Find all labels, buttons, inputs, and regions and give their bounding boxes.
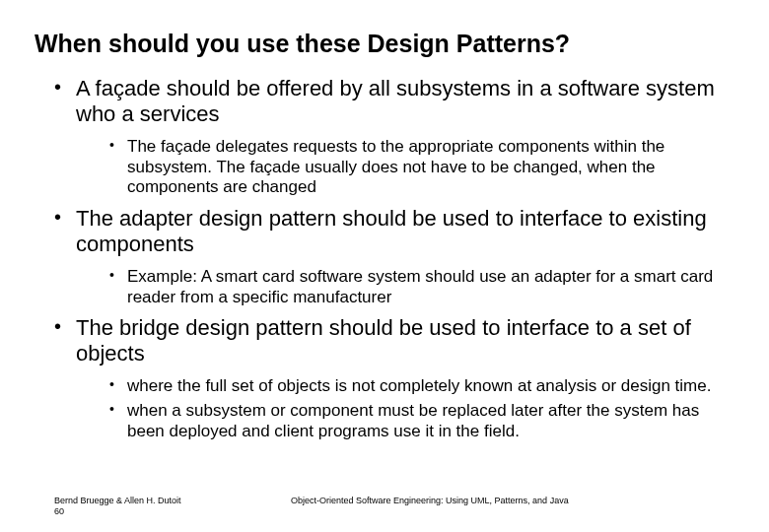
bullet-text: A façade should be offered by all subsys…	[76, 76, 715, 126]
bullet-item: The adapter design pattern should be use…	[54, 206, 734, 307]
sub-bullet-item: The façade delegates requests to the app…	[109, 137, 734, 198]
bullet-list-level2: Example: A smart card software system sh…	[76, 267, 734, 307]
bullet-text: The adapter design pattern should be use…	[76, 206, 707, 256]
sub-bullet-item: Example: A smart card software system sh…	[109, 267, 734, 307]
slide-footer: Bernd Bruegge & Allen H. Dutoit 60 Objec…	[54, 496, 734, 518]
footer-book-title: Object-Oriented Software Engineering: Us…	[251, 496, 734, 518]
sub-bullet-item: when a subsystem or component must be re…	[109, 401, 734, 441]
bullet-item: The bridge design pattern should be used…	[54, 315, 734, 441]
bullet-list-level1: A façade should be offered by all subsys…	[35, 76, 734, 442]
bullet-list-level2: The façade delegates requests to the app…	[76, 137, 734, 198]
bullet-text: The bridge design pattern should be used…	[76, 315, 691, 366]
slide-title: When should you use these Design Pattern…	[35, 30, 734, 58]
footer-authors-block: Bernd Bruegge & Allen H. Dutoit 60	[54, 496, 251, 518]
bullet-item: A façade should be offered by all subsys…	[54, 76, 734, 198]
sub-bullet-item: where the full set of objects is not com…	[109, 376, 734, 397]
footer-authors: Bernd Bruegge & Allen H. Dutoit	[54, 496, 251, 507]
footer-page-number: 60	[54, 506, 251, 518]
bullet-list-level2: where the full set of objects is not com…	[76, 376, 734, 441]
